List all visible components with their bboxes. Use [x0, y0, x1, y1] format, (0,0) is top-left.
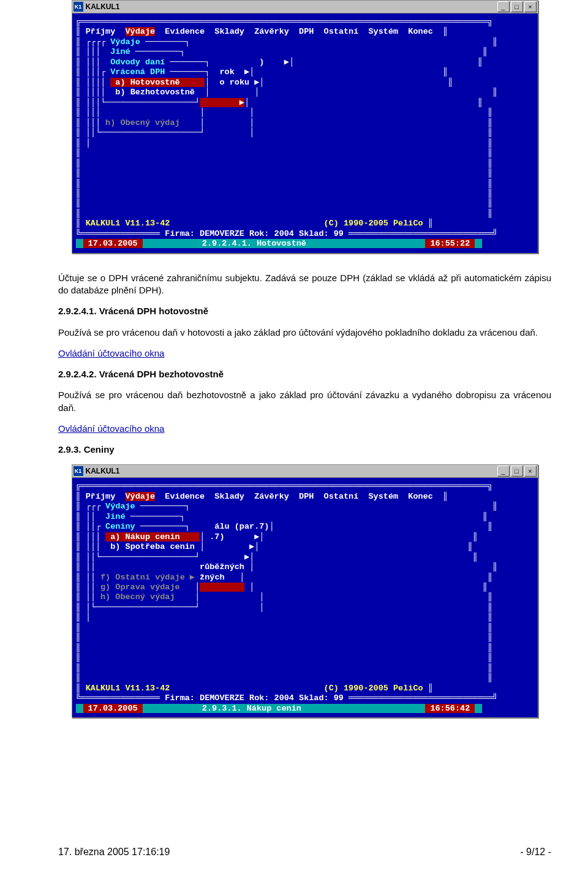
app-icon: K1: [74, 466, 83, 476]
fragment: žných: [200, 573, 225, 582]
fragment: ▶: [249, 542, 254, 551]
screenshot-1: K1 KALKUL1 _ □ × ╔══════════════════════…: [72, 0, 538, 254]
submenu-label: Vrácená DPH: [110, 67, 165, 77]
status-time: 16:55:22: [425, 239, 475, 248]
paragraph: Používá se pro vrácenou daň v hotovosti …: [58, 326, 551, 339]
paragraph: Používá se pro vrácenou daň bezhotovostn…: [58, 389, 551, 414]
menu-item[interactable]: Závěrky: [254, 492, 289, 501]
menu-item[interactable]: Systém: [369, 492, 399, 501]
submenu-label: Jiné: [105, 512, 125, 521]
menu-item[interactable]: Konec: [408, 27, 433, 36]
status-firm: Firma: DEMOVERZE Rok: 2004 Sklad: 99: [165, 229, 344, 238]
menu-item[interactable]: Evidence: [165, 27, 205, 36]
menu-item[interactable]: Ostatní: [324, 492, 359, 501]
menu-item[interactable]: Příjmy: [86, 27, 116, 36]
minimize-button[interactable]: _: [497, 466, 510, 477]
submenu-label: Odvody daní: [110, 58, 165, 67]
menu-item-selected[interactable]: Výdaje: [126, 27, 156, 36]
fragment: .7) ▶: [209, 532, 259, 542]
menu-item[interactable]: DPH: [299, 27, 314, 36]
menu-item[interactable]: Příjmy: [86, 492, 116, 501]
submenu-item-selected[interactable]: a) Nákup cenin: [105, 532, 200, 542]
menu-item[interactable]: Konec: [408, 492, 433, 501]
status-version: KALKUL1 V11.13-42: [86, 684, 170, 693]
window-title: KALKUL1: [86, 467, 496, 475]
section-heading: 2.9.3. Ceniny: [58, 443, 551, 456]
fragment: o roku ▶: [219, 78, 259, 87]
link-ovladani-2[interactable]: Ovládání účtovacího okna: [58, 423, 164, 434]
fragment: růběžných: [200, 562, 244, 572]
status-copyright: (C) 1990-2005 PeliCo: [324, 219, 423, 228]
menu-item[interactable]: Systém: [369, 27, 399, 36]
submenu-item-selected[interactable]: a) Hotovostně: [110, 78, 205, 87]
titlebar: K1 KALKUL1 _ □ ×: [72, 465, 538, 478]
dos-screen-2: ╔═══════════════════════════════════════…: [72, 478, 538, 717]
status-date: 17.03.2005: [83, 239, 143, 248]
fragment: ▶: [244, 553, 249, 562]
submenu-label: Ceniny: [105, 522, 135, 531]
submenu-item[interactable]: b) Bezhotovostně: [115, 88, 195, 97]
section-heading: 2.9.2.4.1. Vrácená DPH hotovostně: [58, 305, 551, 317]
submenu-label: Jiné: [110, 47, 130, 56]
close-button[interactable]: ×: [524, 1, 537, 12]
fragment: rok ▶: [219, 67, 249, 77]
status-version: KALKUL1 V11.13-42: [86, 219, 170, 228]
page-footer: 17. března 2005 17:16:19 - 9/12 -: [58, 847, 551, 858]
submenu-item-disabled: g) Oprava výdaje: [100, 583, 180, 592]
submenu-label: Výdaje: [110, 37, 140, 47]
titlebar: K1 KALKUL1 _ □ ×: [72, 1, 538, 13]
paragraph: Účtuje se o DPH vrácené zahraničnímu sub…: [58, 272, 551, 297]
status-date: 17.03.2005: [83, 704, 143, 713]
footer-page-number: - 9/12 -: [520, 847, 551, 858]
status-section: 2.9.2.4.1. Hotovostně: [202, 239, 306, 248]
screenshot-2: K1 KALKUL1 _ □ × ╔══════════════════════…: [72, 464, 538, 718]
maximize-button[interactable]: □: [511, 1, 523, 12]
menu-item[interactable]: Sklady: [214, 492, 244, 501]
minimize-button[interactable]: _: [497, 1, 510, 12]
footer-date: 17. března 2005 17:16:19: [58, 847, 170, 858]
section-heading: 2.9.2.4.2. Vrácená DPH bezhotovostně: [58, 368, 551, 380]
menu-item[interactable]: Evidence: [165, 492, 205, 501]
menu-item[interactable]: Sklady: [214, 27, 244, 36]
dos-screen-1: ╔═══════════════════════════════════════…: [72, 13, 538, 253]
fragment: álu (par.7): [214, 522, 269, 531]
menu-item[interactable]: Závěrky: [254, 27, 289, 36]
status-copyright: (C) 1990-2005 PeliCo: [324, 684, 423, 693]
status-section: 2.9.3.1. Nákup cenin: [202, 704, 301, 713]
status-time: 16:56:42: [425, 704, 475, 713]
submenu-label: Výdaje: [105, 502, 135, 511]
fragment: ▶: [200, 98, 244, 107]
app-icon: K1: [74, 2, 83, 12]
maximize-button[interactable]: □: [511, 466, 523, 477]
menu-item[interactable]: Ostatní: [324, 27, 359, 36]
link-ovladani-1[interactable]: Ovládání účtovacího okna: [58, 348, 164, 358]
submenu-item[interactable]: b) Spotřeba cenin: [110, 542, 195, 551]
submenu-item-disabled: h) Obecný výdaj: [105, 118, 180, 127]
arrow: ): [259, 58, 264, 67]
submenu-item-disabled: h) Obecný výdaj: [100, 592, 175, 602]
window-title: KALKUL1: [86, 2, 496, 11]
menu-item[interactable]: DPH: [299, 492, 314, 501]
menu-item-selected[interactable]: Výdaje: [126, 492, 156, 501]
submenu-item-disabled: f) Ostatní výdaje ▶: [100, 573, 195, 582]
status-firm: Firma: DEMOVERZE Rok: 2004 Sklad: 99: [165, 693, 344, 703]
close-button[interactable]: ×: [524, 466, 537, 477]
